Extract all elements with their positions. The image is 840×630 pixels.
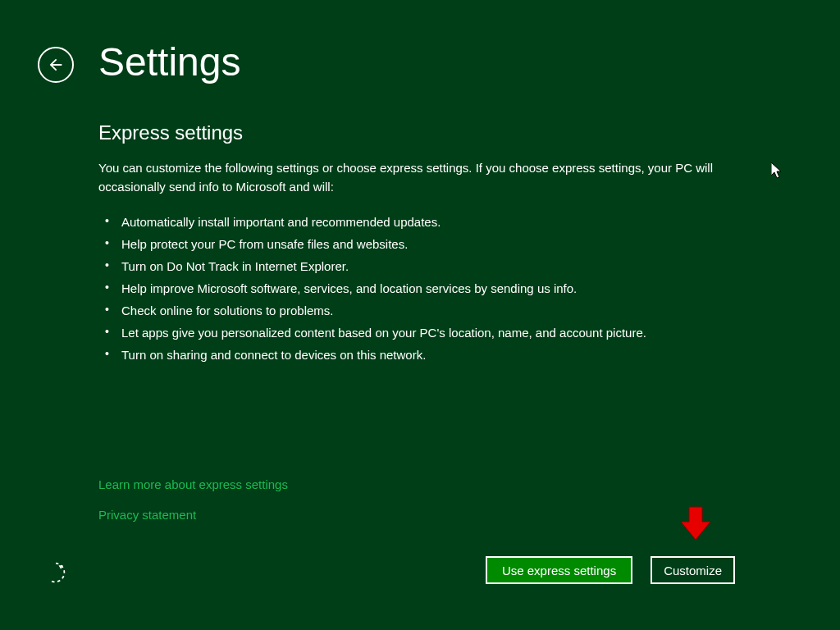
list-item: Let apps give you personalized content b… [105, 322, 742, 344]
list-item: Turn on sharing and connect to devices o… [105, 344, 742, 366]
list-item: Automatically install important and reco… [105, 211, 742, 233]
privacy-link[interactable]: Privacy statement [98, 508, 288, 522]
list-item: Turn on Do Not Track in Internet Explore… [105, 255, 742, 277]
ease-of-access-icon[interactable] [44, 561, 67, 584]
list-item: Help protect your PC from unsafe files a… [105, 233, 742, 255]
red-arrow-annotation-icon [676, 504, 715, 543]
section-intro: You can customize the following settings… [98, 159, 722, 196]
page-title: Settings [98, 39, 240, 84]
use-express-settings-button[interactable]: Use express settings [486, 556, 632, 584]
learn-more-link[interactable]: Learn more about express settings [98, 477, 288, 491]
main-content: Express settings You can customize the f… [0, 84, 840, 366]
list-item: Help improve Microsoft software, service… [105, 277, 742, 299]
bullet-list: Automatically install important and reco… [98, 211, 742, 366]
section-subtitle: Express settings [98, 121, 742, 144]
customize-button[interactable]: Customize [651, 556, 735, 584]
back-arrow-icon [47, 56, 65, 74]
back-button[interactable] [38, 47, 74, 83]
header-bar: Settings [0, 0, 840, 84]
button-row: Use express settings Customize [486, 556, 735, 584]
links-block: Learn more about express settings Privac… [98, 477, 288, 538]
list-item: Check online for solutions to problems. [105, 299, 742, 322]
